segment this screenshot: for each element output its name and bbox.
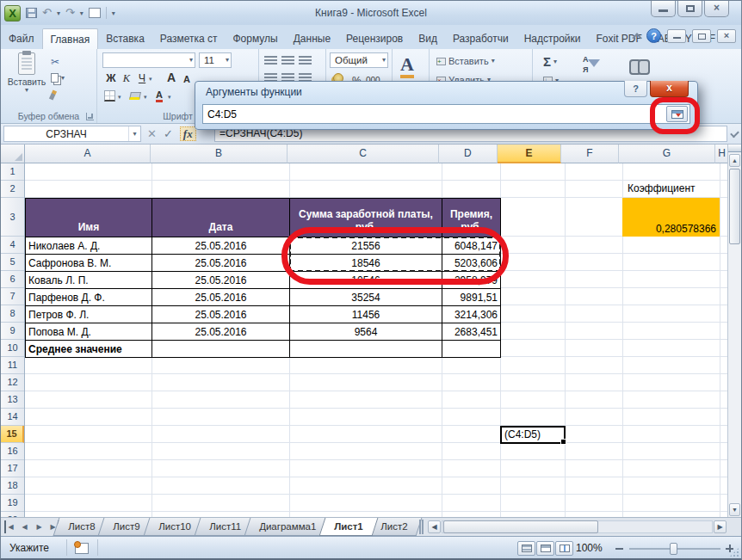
ribbon-tab[interactable]: Разработчи — [445, 28, 516, 49]
font-size-combo[interactable]: 11▾ — [199, 52, 232, 68]
ribbon-tab[interactable]: Формулы — [226, 28, 286, 49]
row-header[interactable]: 1 — [1, 163, 24, 181]
row-header[interactable]: 15 — [1, 426, 24, 443]
row-header[interactable]: 17 — [1, 460, 24, 477]
italic-button[interactable]: К — [120, 71, 133, 85]
cell-name[interactable]: Николаев А. Д. — [26, 237, 152, 255]
ribbon-tab[interactable]: Рецензиров — [338, 28, 411, 49]
cell-empty[interactable] — [442, 341, 501, 358]
column-header[interactable]: F — [561, 145, 619, 163]
row-header[interactable]: 19 — [1, 495, 24, 512]
row-header[interactable]: 12 — [1, 374, 24, 391]
zoom-level-text[interactable]: 100% — [576, 542, 603, 554]
copy-button[interactable]: ▾ — [51, 73, 65, 83]
zoom-slider-thumb[interactable] — [670, 543, 677, 555]
autosum-button[interactable]: Σ ▾ — [543, 54, 557, 69]
row-header[interactable]: 8 — [1, 305, 24, 323]
customize-qat-icon[interactable]: ▾ — [112, 9, 115, 17]
row-header[interactable]: 11 — [1, 357, 24, 374]
column-header[interactable]: A — [25, 145, 151, 163]
page-break-view-button[interactable] — [555, 541, 573, 556]
ribbon-tab[interactable]: Надстройки — [516, 28, 589, 49]
cell-salary[interactable]: 35254 — [290, 289, 442, 306]
clipboard-dialog-launcher-icon[interactable] — [86, 113, 94, 120]
cell-date[interactable]: 25.05.2016 — [152, 306, 290, 323]
row-header[interactable]: 2 — [1, 181, 24, 198]
align-bottom-icon[interactable] — [299, 56, 312, 65]
font-color-dropdown-icon[interactable]: ▾ — [168, 94, 171, 101]
dialog-help-button[interactable]: ? — [624, 81, 647, 97]
cell-date[interactable]: 25.05.2016 — [152, 289, 290, 306]
align-middle-icon[interactable] — [281, 56, 294, 65]
ribbon-tab[interactable]: Данные — [286, 28, 338, 49]
confirm-entry-icon[interactable]: ✓ — [164, 127, 173, 140]
page-layout-view-button[interactable] — [536, 541, 554, 556]
ribbon-tab[interactable]: Вид — [411, 28, 445, 49]
cell-name[interactable]: Сафронова В. М. — [26, 255, 152, 272]
underline-button[interactable]: Ч — [135, 71, 149, 85]
redo-dropdown-icon[interactable]: ▾ — [80, 9, 83, 17]
active-cell-e15[interactable]: (C4:D5) — [500, 426, 566, 444]
ribbon-tab[interactable]: Вставка — [98, 28, 152, 49]
sheet-tab[interactable]: Лист1 — [318, 518, 377, 536]
row-header[interactable]: 16 — [1, 443, 24, 460]
select-all-corner[interactable] — [1, 145, 25, 163]
paste-dropdown-icon[interactable]: ▾ — [25, 87, 28, 94]
row-header[interactable]: 6 — [1, 271, 24, 288]
name-box-dropdown-icon[interactable]: ▾ — [128, 126, 140, 141]
table-mode-icon[interactable] — [89, 8, 101, 18]
zoom-out-icon[interactable] — [615, 548, 623, 550]
hscroll-left-icon[interactable]: ◀ — [428, 520, 441, 533]
title-bar[interactable]: X ↶▾ ↷▾ ▾ Книга9 - Microsoft Excel × — [1, 1, 741, 25]
macro-record-icon[interactable] — [75, 543, 89, 554]
number-format-combo[interactable]: Общий▾ — [330, 52, 388, 68]
column-header[interactable]: G — [619, 145, 715, 163]
find-select-button[interactable] — [629, 58, 650, 73]
font-name-combo[interactable]: ▾ — [102, 52, 195, 68]
cell-name[interactable]: Петров Ф. Л. — [26, 306, 152, 323]
horizontal-scroll-thumb[interactable] — [443, 520, 598, 533]
collapse-ribbon-icon[interactable] — [632, 33, 641, 42]
dialog-close-button[interactable]: x — [650, 81, 689, 97]
redo-icon[interactable]: ↷ — [65, 7, 75, 19]
header-date[interactable]: Дата — [152, 199, 290, 237]
range-input[interactable] — [202, 104, 690, 124]
zoom-in-icon[interactable] — [726, 545, 733, 552]
cut-button[interactable]: ✂ — [51, 56, 59, 68]
next-sheet-icon[interactable]: ▶ — [34, 520, 45, 533]
row-header[interactable]: 5 — [1, 254, 24, 271]
cell-name[interactable]: Попова М. Д. — [26, 323, 152, 341]
scroll-down-icon[interactable]: ▼ — [729, 503, 740, 516]
insert-cells-button[interactable]: + Вставить▾ — [436, 56, 495, 66]
row-header[interactable]: 4 — [1, 237, 24, 254]
format-painter-button[interactable] — [51, 90, 55, 100]
undo-dropdown-icon[interactable]: ▾ — [57, 9, 60, 17]
column-header[interactable]: C — [288, 145, 439, 163]
sheet-tab[interactable]: Диаграмма1 — [244, 518, 331, 536]
sheet-area[interactable]: Коэффициент 0,280578366 Имя Дата Сумма з… — [25, 163, 729, 517]
header-name[interactable]: Имя — [26, 199, 152, 237]
row-header[interactable]: 3 — [1, 198, 24, 237]
paste-button[interactable]: Вставить ▾ — [8, 52, 46, 94]
minimize-button[interactable] — [651, 1, 676, 17]
workbook-minimize-button[interactable] — [667, 29, 686, 43]
normal-view-button[interactable] — [517, 541, 535, 556]
cell-date[interactable]: 25.05.2016 — [152, 272, 290, 289]
row-header[interactable]: 9 — [1, 323, 24, 340]
scroll-up-icon[interactable]: ▲ — [729, 154, 740, 167]
cell-date[interactable]: 25.05.2016 — [152, 323, 290, 341]
help-icon[interactable]: ? — [646, 28, 661, 43]
row-header[interactable]: 13 — [1, 391, 24, 409]
insert-function-icon[interactable]: fx — [180, 126, 196, 141]
borders-icon[interactable] — [104, 90, 115, 102]
ribbon-tab[interactable]: Файл — [1, 28, 42, 49]
maximize-button[interactable] — [677, 1, 702, 17]
cell-g3-coefficient-value[interactable]: 0,280578366 — [622, 198, 720, 237]
row-header[interactable]: 14 — [1, 409, 24, 426]
prev-sheet-icon[interactable]: ◀ — [19, 520, 30, 533]
sort-filter-button[interactable]: А Я — [583, 56, 600, 78]
cell-salary[interactable]: 9564 — [290, 323, 442, 341]
fill-color-icon[interactable] — [129, 92, 141, 100]
grow-font-button[interactable]: А — [164, 71, 178, 84]
cell-salary[interactable]: 11456 — [290, 306, 442, 323]
